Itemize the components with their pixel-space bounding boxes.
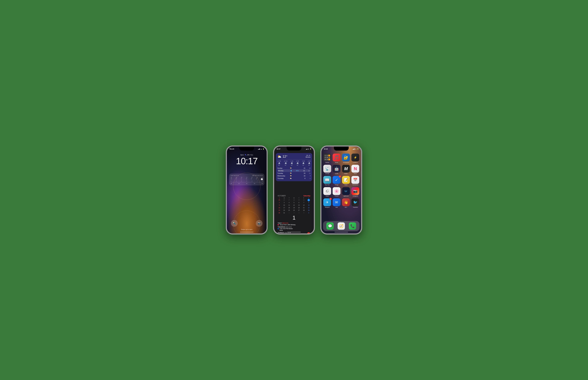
app-things[interactable]: ✓ 7 Things: [332, 176, 341, 186]
status-icons-1: ▲ 🔋: [258, 148, 264, 150]
lock-calendar-widget: S M T W T F S 10P 11P 12A 1A 2A 18 19 20…: [229, 173, 264, 185]
home-indicator-1: [240, 232, 253, 232]
cal-widget-days-row3: 2 3 4 5 6 7 8: [231, 180, 263, 182]
app-dayone[interactable]: 📖 Day One: [323, 176, 331, 186]
things-icon: ✓ 7: [333, 176, 341, 184]
app-1password[interactable]: 🔐 1Password: [342, 153, 350, 163]
music-icon: 🎵: [333, 153, 341, 161]
news-icon: N: [351, 165, 359, 172]
tweetbot-label: Tweetbot: [353, 207, 358, 208]
app-matter[interactable]: M Matter: [342, 165, 350, 174]
dock-phone[interactable]: 📞: [349, 222, 356, 230]
home-indicator-3: [335, 232, 348, 232]
dayone-icon: 📖: [323, 176, 331, 184]
status-icons-3: ▲ 🔋: [353, 148, 359, 150]
app-glass[interactable]: G Glass: [323, 187, 331, 197]
apollo-label: Apollo: [335, 173, 338, 174]
forecast-row-sunday: Sunday 🌤️ 21 10: [277, 167, 311, 169]
wifi-icon-1: ▲: [261, 148, 262, 150]
app-telegram[interactable]: ✈ 1 Telegram: [323, 198, 331, 208]
telegram-icon: ✈ 1: [323, 198, 331, 206]
forecast-row-thursday: Thursday ⛅ 8 -1: [277, 177, 311, 180]
birthday-event: Tanya Fehr's 30th Birthday: [280, 224, 296, 226]
dock-messages[interactable]: 💬: [326, 222, 334, 230]
1password-icon: 🔐: [342, 153, 350, 161]
calendar-widget[interactable]: OCTOBER Saturday S M T W T F S 25 26 27: [276, 193, 312, 233]
battery-icon-2: 🔋: [310, 148, 311, 150]
unread-icon: 📡: [323, 165, 331, 172]
notes-icon: 📝: [342, 176, 350, 184]
signal-2: [306, 148, 307, 150]
forecast-row-tuesday: Tuesday 🌤️ 19 11: [277, 172, 311, 174]
matter-icon: M: [342, 165, 350, 172]
signal-3: [353, 148, 355, 150]
lock-time: 10:17: [227, 156, 266, 166]
fantastical-icon: 📅: [351, 176, 359, 184]
app-calcbot[interactable]: ÷ × − 7 8 9 4 5 + Calcbot: [323, 153, 331, 163]
weather-widget[interactable]: ⛅ 12° 15↑ 8↓ Morden 11 PM ☁️ 11°: [276, 153, 312, 181]
cal-widget-days-row1: 18 19 20 21 22 23 24: [231, 177, 263, 178]
notch-1: [239, 147, 254, 151]
cal-widget-header: S M T W T F S 10P 11P 12A 1A 2A: [231, 175, 263, 176]
battery-icon-3: 🔋: [357, 148, 359, 150]
phone3: 10:18 ▲ 🔋: [320, 146, 362, 234]
app-grid: ÷ × − 7 8 9 4 5 + Calcbot: [323, 153, 360, 208]
winkler-event: 2:00–6:00 PM Winkler: [280, 228, 293, 229]
dock-safari[interactable]: 🧭: [338, 222, 345, 230]
weather-right-info: 15↑ 8↓ Morden: [306, 155, 311, 158]
notch-3: [334, 147, 349, 151]
messages-icon: 💬: [326, 222, 334, 230]
app-hey[interactable]: 👋 HEY: [342, 198, 350, 208]
app-fantastical[interactable]: 📅 Fantastical: [351, 176, 360, 186]
news-label: News: [354, 173, 357, 174]
camera-button[interactable]: 📷: [256, 220, 263, 227]
dock: 💬 🧭 📞: [323, 221, 360, 231]
cal-today-label: Saturday: [304, 195, 310, 197]
forecast-row-wednesday: Wednesday 🌤️ 16 4: [277, 174, 311, 177]
cal-dow-row: S M T W T F S: [276, 197, 312, 199]
instagram-label: Instagram: [353, 195, 358, 197]
camera-icon: 📷: [258, 222, 261, 225]
carrier-3: 10:18: [324, 148, 328, 150]
lightroom-label: Lightroom: [343, 195, 349, 197]
notch-2: [286, 147, 302, 151]
app-notes[interactable]: 📝 Notes: [342, 176, 350, 186]
cal-widget-header-times: 10P 11P 12A 1A 2A: [252, 175, 263, 176]
app-carrot[interactable]: ⚡ CARROT: [351, 153, 360, 163]
phone1: TELUS ▲ 🔋 Sat 1 🌂 2% • 0.1: [226, 146, 268, 234]
signal-bar-3: [259, 149, 260, 150]
instagram-icon: 📷: [351, 187, 359, 195]
weather-hours: 11 PM ☁️ 11° 12 AM ☁️ 11° 1 AM ☁️ 12°: [277, 159, 311, 166]
calcbot-icon: ÷ × − 7 8 9 4 5 +: [323, 153, 331, 161]
app-news[interactable]: N News: [351, 165, 360, 174]
status-icons-2: ▲ 🔋: [306, 148, 311, 150]
hey-label: HEY: [345, 207, 347, 208]
cal-widget-days-row2: 25 26 27 28 29 30 1: [231, 178, 263, 180]
app-photos[interactable]: 🌸 Photos: [332, 187, 341, 197]
telegram-badge: 1: [329, 198, 332, 200]
status-bar-2: 10:17 ▲ 🔋: [274, 147, 314, 153]
flashlight-button[interactable]: 🔦: [231, 220, 238, 227]
app-music[interactable]: 🎵 Music: [332, 153, 341, 163]
app-lightroom[interactable]: Lr Lightroom: [342, 187, 350, 197]
dayone-label: Day One: [325, 184, 330, 186]
wifi-icon-2: ▲: [308, 148, 309, 150]
status-bar-1: TELUS ▲ 🔋: [227, 147, 266, 153]
app-mail[interactable]: ✉ Mail: [332, 198, 341, 208]
lock-bottom-buttons[interactable]: 🔦 📷: [227, 220, 266, 227]
swipe-up-text: Swipe up to open: [227, 228, 266, 230]
cal-month-name: OCTOBER: [278, 195, 286, 197]
app-tweetbot[interactable]: 🐦 Tweetbot: [351, 198, 360, 208]
photos-label: Photos: [335, 195, 338, 197]
app-unread[interactable]: 📡 Unread: [323, 165, 331, 174]
lightroom-icon: Lr: [342, 187, 350, 195]
glass-icon: G: [323, 187, 331, 195]
event-dot-blue: [278, 228, 279, 229]
app-instagram[interactable]: 📷 Instagram: [351, 187, 360, 197]
1password-label: 1Password: [343, 162, 349, 163]
photos-icon: 🌸: [333, 187, 341, 195]
forecast-row-monday: Monday 💧 46% 21 11: [277, 169, 311, 172]
app-apollo[interactable]: 🤖 Apollo: [332, 165, 341, 174]
tweetbot-icon: 🐦: [351, 198, 359, 206]
signal-bar-4: [260, 149, 260, 150]
